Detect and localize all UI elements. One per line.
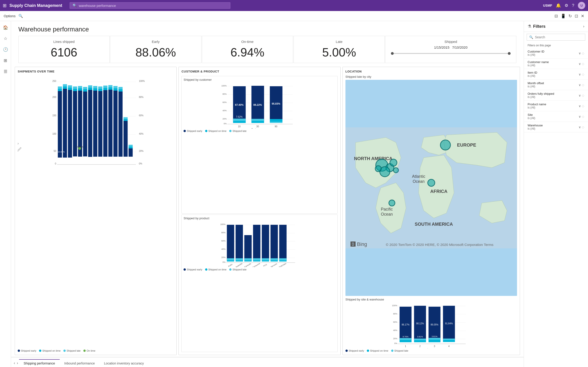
svg-text:40%: 40% — [221, 248, 225, 250]
filters-expand-icon[interactable]: › — [583, 24, 584, 28]
filter-customer-id[interactable]: Customer ID is (All) ∨ ◇ — [524, 48, 588, 58]
filter-month-offset[interactable]: Month offset is (All) ∨ ◇ — [524, 80, 588, 90]
help-icon[interactable]: ? — [572, 3, 574, 8]
svg-rect-54 — [119, 92, 123, 157]
sidebar-clock-icon[interactable]: 🕐 — [1, 45, 10, 54]
filter-warehouse[interactable]: Warehouse is (All) ∨ ◇ — [524, 122, 588, 132]
filters-panel: ⚗ Filters › 🔍 Filters on this page Custo… — [524, 21, 588, 367]
filter-clear-icon[interactable]: ◇ — [582, 62, 584, 66]
global-search-box[interactable]: 🔍 — [69, 2, 230, 9]
sidebar-list-icon[interactable]: ☰ — [1, 67, 10, 76]
filter-chevron-icon[interactable]: ∨ — [579, 115, 581, 118]
settings-icon[interactable]: ⚙ — [565, 3, 568, 8]
filter-site[interactable]: Site is (All) ∨ ◇ — [524, 111, 588, 122]
svg-text:3.81%: 3.81% — [417, 336, 423, 338]
svg-text:95.83%: 95.83% — [272, 102, 280, 105]
date-start: 1/15/2015 — [434, 45, 450, 49]
filter-chevron-icon[interactable]: ∨ — [579, 125, 581, 129]
svg-text:Customer group: Customer group — [251, 128, 268, 129]
world-map-svg: NORTH AMERICA Pacific Ocean Atlantic Oce… — [346, 80, 517, 296]
svg-rect-118 — [244, 235, 252, 260]
close-icon[interactable]: ✕ — [581, 14, 584, 19]
options-label: Options — [4, 14, 16, 18]
svg-rect-42 — [98, 91, 103, 157]
filter-clear-icon[interactable]: ◇ — [582, 104, 584, 108]
svg-text:Ocean: Ocean — [413, 179, 425, 184]
app-title: Supply Chain Management — [9, 3, 62, 8]
filter-clear-icon[interactable]: ◇ — [582, 115, 584, 118]
tab-shipping-performance[interactable]: Shipping performance — [19, 359, 60, 367]
svg-rect-61 — [129, 147, 133, 148]
svg-rect-53 — [113, 86, 118, 88]
filter-chevron-icon[interactable]: ∨ — [579, 104, 581, 108]
expand-icon[interactable]: ⊡ — [575, 14, 578, 19]
legend-early-cust: Shipped early — [183, 130, 202, 132]
tab-inbound-performance[interactable]: Inbound performance — [60, 359, 99, 367]
legend-late-loc: Shipped late — [391, 349, 408, 352]
filter-item-id[interactable]: Item ID is (All) ∨ ◇ — [524, 69, 588, 80]
shipments-panel-title: SHIPMENTS OVER TIME — [18, 70, 174, 73]
by-customer-chart: Shipped by customer 100% 80% 60% 40% 20%… — [182, 76, 337, 214]
tab-location-inventory[interactable]: Location inventory accuracy — [99, 359, 149, 367]
filter-clear-icon[interactable]: ◇ — [582, 83, 584, 87]
filter-chevron-icon[interactable]: ∨ — [579, 62, 581, 66]
svg-text:50: 50 — [54, 150, 57, 152]
svg-rect-37 — [88, 88, 92, 90]
filters-search-box[interactable]: 🔍 — [527, 34, 585, 41]
filter-chevron-icon[interactable]: ∨ — [579, 83, 581, 87]
sidebar-apps-icon[interactable]: ⊞ — [1, 56, 10, 65]
svg-text:200: 200 — [52, 96, 56, 98]
tab-next-arrow[interactable]: › — [16, 359, 19, 367]
filter-chevron-icon[interactable]: ∨ — [579, 94, 581, 97]
svg-rect-128 — [271, 260, 278, 261]
filter-chevron-icon[interactable]: ∨ — [579, 73, 581, 76]
grid-icon[interactable]: ⊞ — [3, 3, 7, 8]
date-slider[interactable] — [391, 53, 510, 54]
filter-clear-icon[interactable]: ◇ — [582, 125, 584, 129]
avatar[interactable]: U — [578, 2, 585, 9]
svg-rect-122 — [253, 260, 260, 261]
location-panel: LOCATION Shipped late by city — [342, 67, 520, 355]
svg-rect-28 — [73, 89, 77, 91]
filter-clear-icon[interactable]: ◇ — [582, 73, 584, 76]
options-search-icon[interactable]: 🔍 — [18, 14, 23, 18]
kpi-early: Early 88.06% — [110, 36, 201, 63]
svg-text:0: 0 — [55, 162, 56, 165]
tab-prev-arrow[interactable]: ‹ — [13, 359, 16, 367]
svg-rect-84 — [233, 121, 246, 123]
global-search-input[interactable] — [79, 4, 227, 8]
filter-clear-icon[interactable]: ◇ — [582, 94, 584, 97]
sidebar-home-icon[interactable]: 🏠 — [1, 23, 10, 32]
svg-text:88.22%: 88.22% — [253, 103, 262, 106]
phone-icon[interactable]: 📱 — [561, 14, 566, 19]
page-title-bar: Warehouse performance — [11, 21, 524, 36]
svg-text:AudioRM: AudioRM — [235, 263, 243, 267]
filter-product-name[interactable]: Product name is (All) ∨ ◇ — [524, 101, 588, 111]
filter-chevron-icon[interactable]: ∨ — [579, 51, 581, 55]
filter-clear-icon[interactable]: ◇ — [582, 51, 584, 55]
filter-customer-id-label: Customer ID is (All) — [527, 50, 579, 56]
slider-right-thumb[interactable] — [508, 52, 510, 55]
svg-rect-126 — [262, 258, 269, 260]
svg-rect-23 — [63, 84, 67, 86]
top-nav: ⊞ Supply Chain Management 🔍 USMF 🔔 ⚙ ? U — [0, 0, 588, 11]
slider-left-thumb[interactable] — [391, 52, 394, 55]
refresh-icon[interactable]: ↻ — [569, 14, 572, 19]
notification-icon[interactable]: 🔔 — [556, 3, 561, 8]
svg-text:80%: 80% — [393, 313, 397, 315]
bottom-tabs: ‹ › Shipping performance Inbound perform… — [11, 357, 524, 367]
filters-header: ⚗ Filters › — [524, 21, 588, 32]
svg-rect-36 — [88, 90, 92, 157]
svg-rect-130 — [279, 225, 287, 260]
svg-text:60%: 60% — [223, 101, 227, 103]
svg-text:250: 250 — [52, 80, 56, 82]
svg-text:86.17%: 86.17% — [401, 323, 409, 326]
filters-search-input[interactable] — [535, 35, 583, 39]
display-icon[interactable]: ⊟ — [554, 14, 558, 19]
svg-rect-127 — [271, 225, 278, 260]
filter-customer-name[interactable]: Customer name is (All) ∨ ◇ — [524, 58, 588, 69]
sidebar-star-icon[interactable]: ☆ — [1, 34, 10, 43]
by-product-chart: Shipped by product 100% 80% 60% 40% 20% … — [182, 215, 337, 352]
filter-orders-shipped[interactable]: Orders fully shipped is (All) ∨ ◇ — [524, 90, 588, 101]
svg-rect-21 — [63, 89, 67, 158]
